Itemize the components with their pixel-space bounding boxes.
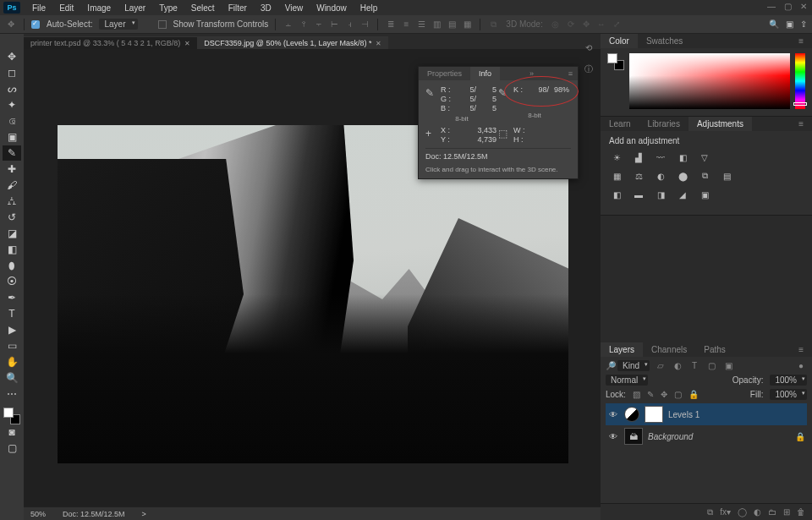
layer-name[interactable]: Levels 1: [668, 410, 805, 419]
levels-icon[interactable]: ▟: [631, 151, 646, 164]
blend-mode-select[interactable]: Normal: [606, 375, 648, 386]
info-panel[interactable]: Properties Info » ≡ ✎ R :5/5 G :5/5 B :5…: [418, 66, 579, 179]
panel-menu-icon[interactable]: ≡: [790, 117, 812, 131]
bw-icon[interactable]: ◐: [653, 169, 668, 183]
auto-select-checkbox[interactable]: [31, 20, 40, 29]
shape-tool[interactable]: ▭: [3, 338, 21, 353]
menu-3d[interactable]: 3D: [254, 2, 278, 14]
lock-pixels-icon[interactable]: ▧: [633, 390, 640, 399]
exposure-icon[interactable]: ◧: [675, 151, 690, 164]
menu-file[interactable]: File: [25, 2, 52, 14]
path-select-tool[interactable]: ▶: [3, 322, 21, 337]
curves-icon[interactable]: 〰: [653, 151, 668, 164]
posterize-icon[interactable]: ▬: [631, 188, 646, 201]
dist-5-icon[interactable]: ▤: [446, 19, 458, 30]
lock-position-icon[interactable]: ✥: [661, 390, 667, 399]
new-group-icon[interactable]: 🗀: [768, 507, 776, 517]
brightness-icon[interactable]: ☀: [609, 151, 624, 164]
align-top-icon[interactable]: ⫠: [283, 19, 294, 30]
close-icon[interactable]: ✕: [376, 40, 381, 47]
panel-menu-icon[interactable]: ≡: [563, 67, 578, 80]
dist-3-icon[interactable]: ☰: [415, 19, 427, 30]
tab-color[interactable]: Color: [601, 34, 638, 48]
quick-select-tool[interactable]: ✦: [3, 97, 21, 112]
foreground-swatch[interactable]: [3, 408, 14, 418]
tab-dscf3359[interactable]: DSCF3359.jpg @ 50% (Levels 1, Layer Mask…: [197, 36, 388, 49]
dist-1-icon[interactable]: ≣: [385, 19, 397, 30]
fill-value[interactable]: 100%: [770, 389, 807, 400]
threshold-icon[interactable]: ◨: [653, 188, 668, 201]
zoom-value[interactable]: 50%: [30, 510, 46, 518]
selective-color-icon[interactable]: ▣: [697, 188, 712, 201]
close-icon[interactable]: ✕: [184, 40, 190, 47]
dist-2-icon[interactable]: ≡: [400, 19, 412, 30]
type-tool[interactable]: T: [3, 306, 21, 321]
fg-bg-swatches[interactable]: [3, 408, 20, 424]
opacity-value[interactable]: 100%: [770, 375, 807, 386]
eraser-tool[interactable]: ◪: [3, 226, 21, 241]
status-arrow-icon[interactable]: >: [142, 510, 146, 518]
show-transform-checkbox[interactable]: [158, 20, 167, 29]
healing-tool[interactable]: ✚: [3, 161, 21, 177]
lock-icon[interactable]: 🔒: [795, 432, 805, 441]
zoom-tool[interactable]: 🔍: [3, 370, 21, 386]
photo-filter-icon[interactable]: ⬤: [675, 169, 690, 183]
gradient-map-icon[interactable]: ◢: [675, 188, 690, 201]
menu-image[interactable]: Image: [80, 2, 118, 14]
filter-pixel-icon[interactable]: ▱: [655, 361, 667, 371]
dist-4-icon[interactable]: ▥: [431, 19, 442, 30]
search-icon[interactable]: 🔍: [769, 19, 779, 29]
menu-help[interactable]: Help: [354, 2, 385, 14]
pen-tool[interactable]: ✒: [3, 290, 21, 305]
minimize-icon[interactable]: —: [767, 2, 776, 11]
blur-tool[interactable]: ⬮: [3, 258, 21, 273]
filter-shape-icon[interactable]: ▢: [705, 361, 717, 371]
filter-adjust-icon[interactable]: ◐: [672, 361, 683, 371]
align-left-icon[interactable]: ⊢: [328, 19, 340, 30]
history-brush-tool[interactable]: ↺: [3, 210, 21, 225]
invert-icon[interactable]: ◧: [609, 188, 624, 201]
screen-mode-icon[interactable]: ▢: [3, 441, 21, 456]
lasso-tool[interactable]: ᔕ: [3, 81, 21, 96]
menu-filter[interactable]: Filter: [222, 2, 254, 14]
move-tool[interactable]: ✥: [3, 49, 21, 64]
filter-type-icon[interactable]: T: [689, 361, 700, 371]
hsl-icon[interactable]: ▦: [609, 169, 624, 183]
menu-select[interactable]: Select: [184, 2, 222, 14]
new-layer-icon[interactable]: ⊞: [783, 507, 790, 517]
quick-mask-icon[interactable]: ◙: [3, 424, 21, 440]
color-lookup-icon[interactable]: ▤: [719, 169, 734, 183]
marquee-tool[interactable]: ◻: [3, 65, 21, 80]
info-panel-icon[interactable]: ⓘ: [579, 61, 598, 78]
panel-collapse-icon[interactable]: »: [524, 67, 539, 80]
more-tools[interactable]: ⋯: [3, 386, 21, 402]
align-vcenter-icon[interactable]: ⫯: [298, 19, 310, 30]
tab-channels[interactable]: Channels: [643, 342, 695, 357]
tab-printer-text[interactable]: printer text.psd @ 33.3% ( 5 4 3 2 1, RG…: [24, 36, 197, 49]
tab-libraries[interactable]: Libraries: [639, 117, 689, 131]
align-bottom-icon[interactable]: ⫟: [313, 19, 325, 30]
maximize-icon[interactable]: ▢: [784, 2, 792, 11]
tab-swatches[interactable]: Swatches: [638, 34, 691, 48]
layer-filter-kind[interactable]: 🔎Kind: [606, 360, 650, 371]
channel-mixer-icon[interactable]: ⧉: [697, 169, 712, 183]
lock-paint-icon[interactable]: ✎: [647, 390, 654, 399]
close-icon[interactable]: ✕: [800, 2, 807, 11]
vibrance-icon[interactable]: ▽: [697, 151, 712, 164]
fx-icon[interactable]: fx▾: [720, 507, 731, 517]
tab-paths[interactable]: Paths: [695, 342, 734, 357]
lock-all-icon[interactable]: 🔒: [689, 390, 699, 399]
tab-adjustments[interactable]: Adjustments: [689, 117, 752, 131]
hand-tool[interactable]: ✋: [3, 354, 21, 369]
layer-background[interactable]: 👁 🏔 Background 🔒: [606, 425, 807, 447]
tab-learn[interactable]: Learn: [601, 117, 639, 131]
stamp-tool[interactable]: ⛼: [3, 194, 21, 209]
align-right-icon[interactable]: ⊣: [359, 19, 370, 30]
share-icon[interactable]: ⇪: [800, 19, 807, 29]
panel-menu-icon[interactable]: ≡: [790, 342, 812, 357]
gradient-tool[interactable]: ◧: [3, 242, 21, 257]
layer-levels-1[interactable]: 👁 Levels 1: [606, 403, 807, 425]
link-layers-icon[interactable]: ⧉: [707, 507, 713, 517]
brush-tool[interactable]: 🖌: [3, 178, 21, 193]
frame-tool[interactable]: ▣: [3, 129, 21, 145]
